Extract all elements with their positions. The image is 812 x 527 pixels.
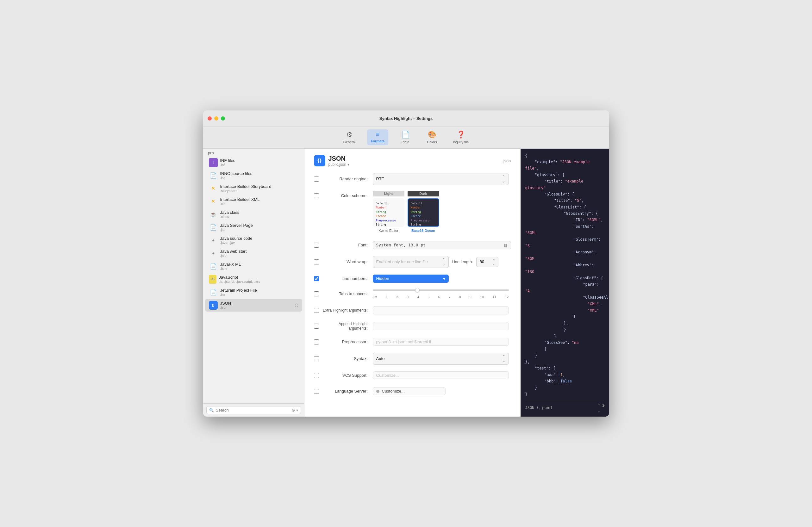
java-class-ext: .class bbox=[220, 215, 299, 219]
language-server-box[interactable]: Customize... bbox=[373, 387, 446, 395]
dark-scheme-preview[interactable]: Default Number String Escape Preprocesso… bbox=[408, 198, 439, 227]
sidebar-item-inno[interactable]: 📄 INNO source files .iss bbox=[205, 169, 302, 182]
tab-general[interactable]: ⚙ General bbox=[339, 129, 360, 145]
jsp-icon: 📄 bbox=[209, 223, 218, 232]
tab-inquiry[interactable]: ❓ Inquiry file bbox=[449, 129, 473, 145]
iml-ext: .iml bbox=[220, 293, 299, 296]
line-length-value: 80 bbox=[480, 259, 484, 264]
fxml-icon: 📄 bbox=[209, 262, 218, 271]
preprocessor-input[interactable]: python3 -m json.tool $targetHL bbox=[373, 338, 509, 346]
center-panel: {} JSON public.json ▾ .json Render engin… bbox=[304, 149, 521, 417]
code-line-test-close: } bbox=[531, 385, 537, 390]
tab-formats[interactable]: ≡ Formats bbox=[367, 129, 388, 145]
preview-theme-icon[interactable]: ◑ bbox=[602, 403, 605, 413]
jnlp-icon: ✦ bbox=[209, 249, 218, 258]
code-line-glossdef: "GlossDef": { bbox=[551, 276, 603, 280]
dark-preview-preprocessor: Preprocessor bbox=[411, 219, 436, 223]
render-engine-select[interactable]: RTF ⌃⌄ bbox=[373, 173, 509, 185]
language-server-checkbox[interactable] bbox=[314, 389, 319, 394]
dark-preview-default: Default bbox=[411, 202, 436, 206]
light-scheme-label: Kwrite Editor bbox=[378, 229, 398, 233]
vcs-input[interactable]: Customize... bbox=[373, 371, 509, 379]
font-picker-icon[interactable]: ▦ bbox=[504, 243, 508, 248]
sidebar-item-inf-files[interactable]: i INF files .inf bbox=[205, 156, 302, 169]
sidebar-item-xib[interactable]: ✕ Interface Builder XML .xib bbox=[205, 195, 302, 208]
font-checkbox[interactable] bbox=[314, 243, 319, 248]
xib-ext: .xib bbox=[220, 202, 299, 206]
word-wrap-checkbox[interactable] bbox=[314, 259, 319, 264]
append-highlight-input[interactable] bbox=[373, 322, 509, 330]
sidebar-search-area: 🔍 ⊙ ▾ bbox=[203, 403, 304, 416]
dark-scheme-option[interactable]: Dark Default Number String Escape Prepro… bbox=[408, 191, 439, 233]
syntax-select[interactable]: Auto ⌃⌄ bbox=[373, 353, 509, 365]
gear-icon: ⚙ bbox=[346, 131, 352, 139]
light-scheme-preview[interactable]: Default Number String Escape Preprocesso… bbox=[373, 198, 404, 227]
preprocessor-checkbox[interactable] bbox=[314, 339, 319, 345]
sidebar-item-js[interactable]: JS JavaScript .js, .jscript, .javascript… bbox=[205, 273, 302, 286]
tabs-slider-thumb[interactable] bbox=[415, 288, 420, 292]
preprocessor-row: Preprocessor: python3 -m json.tool $targ… bbox=[314, 337, 511, 347]
line-numbers-checkbox[interactable] bbox=[314, 276, 319, 281]
iml-name: JetBrain Project File bbox=[220, 288, 299, 293]
line-length-stepper-icon[interactable]: ⌃⌄ bbox=[492, 259, 495, 265]
format-subtitle-text: public.json bbox=[329, 162, 347, 167]
line-numbers-select[interactable]: Hidden ▾ bbox=[373, 275, 449, 283]
tab-colors[interactable]: 🎨 Colors bbox=[422, 129, 441, 145]
code-line-obj-close4: } bbox=[535, 347, 547, 351]
minimize-button[interactable] bbox=[214, 116, 218, 120]
render-engine-value: RTF bbox=[376, 176, 384, 181]
tab-plain[interactable]: 📄 Plain bbox=[396, 129, 415, 145]
code-preview-content: { "example": "JSON example file", "gloss… bbox=[525, 152, 605, 398]
color-scheme-checkbox[interactable] bbox=[314, 193, 319, 198]
vcs-checkbox[interactable] bbox=[314, 373, 319, 378]
sidebar-item-storyboard[interactable]: ✕ Interface Builder Storyboard .storyboa… bbox=[205, 182, 302, 195]
code-line-obj-close1: }, bbox=[546, 321, 568, 325]
code-line-glosssee: "GlossSee": "ma bbox=[535, 340, 579, 345]
search-filter-icon[interactable]: ⊙ bbox=[292, 408, 295, 412]
sidebar-item-jnlp[interactable]: ✦ Java web start .jnlp bbox=[205, 247, 302, 260]
syntax-label: Syntax: bbox=[322, 356, 373, 361]
search-input[interactable] bbox=[216, 408, 290, 412]
sidebar-item-fxml[interactable]: 📄 JavaFX ML .fxml bbox=[205, 260, 302, 273]
render-engine-label: Render engine: bbox=[322, 176, 373, 181]
line-length-input[interactable]: 80 ⌃⌄ bbox=[476, 257, 498, 267]
word-wrap-arrow-icon: ⌃⌄ bbox=[442, 258, 445, 266]
maximize-button[interactable] bbox=[221, 116, 225, 120]
js-icon: JS bbox=[209, 275, 216, 284]
code-line-title: "title": "example glossary" bbox=[525, 179, 583, 190]
append-highlight-checkbox[interactable] bbox=[314, 324, 319, 329]
extra-highlight-checkbox[interactable] bbox=[314, 308, 319, 313]
format-subtitle[interactable]: public.json ▾ bbox=[329, 162, 499, 167]
light-preview-default: Default bbox=[376, 202, 401, 206]
tab-label-4: 4 bbox=[417, 295, 419, 299]
preview-up-down-icon[interactable]: ⌃⌄ bbox=[597, 403, 600, 413]
code-line-obj-close3: } bbox=[540, 334, 556, 338]
sidebar-item-iml[interactable]: 📄 JetBrain Project File .iml bbox=[205, 286, 302, 298]
light-scheme-option[interactable]: Light Default Number String Escape Prepr… bbox=[373, 191, 404, 233]
fxml-ext: .fxml bbox=[220, 267, 299, 270]
syntax-checkbox[interactable] bbox=[314, 356, 319, 361]
search-chevron-icon[interactable]: ▾ bbox=[296, 408, 298, 412]
render-engine-row: Render engine: RTF ⌃⌄ bbox=[314, 173, 511, 185]
dark-preview-string2: String bbox=[411, 223, 436, 227]
close-button[interactable] bbox=[207, 116, 212, 120]
search-right-controls[interactable]: ⊙ ▾ bbox=[292, 408, 298, 412]
extra-highlight-input[interactable] bbox=[373, 306, 509, 314]
sidebar-list: .pro i INF files .inf 📄 INNO source file… bbox=[203, 149, 304, 404]
jnlp-ext: .jnlp bbox=[220, 254, 299, 258]
tabs-to-spaces-checkbox[interactable] bbox=[314, 291, 319, 296]
sidebar-item-java-source[interactable]: ✦ Java source code .java, .jav bbox=[205, 234, 302, 247]
jsp-name: Java Server Page bbox=[220, 223, 299, 228]
sidebar-item-jsp[interactable]: 📄 Java Server Page .jsp bbox=[205, 221, 302, 234]
sidebar-item-json[interactable]: {} JSON .json ⬡ bbox=[205, 299, 302, 311]
tab-label-9: 9 bbox=[469, 295, 472, 299]
search-field-container: 🔍 ⊙ ▾ bbox=[206, 406, 301, 414]
light-preview-string2: String bbox=[376, 223, 401, 227]
json-action-icon[interactable]: ⬡ bbox=[295, 303, 299, 308]
word-wrap-select[interactable]: Enabled only for one line file ⌃⌄ bbox=[373, 256, 449, 268]
render-engine-checkbox[interactable] bbox=[314, 176, 319, 181]
language-server-label: Language Server: bbox=[322, 389, 373, 394]
storyboard-name: Interface Builder Storyboard bbox=[220, 184, 299, 189]
tab-label-12: 12 bbox=[505, 295, 509, 299]
sidebar-item-java-class[interactable]: ☕ Java class .class bbox=[205, 208, 302, 221]
